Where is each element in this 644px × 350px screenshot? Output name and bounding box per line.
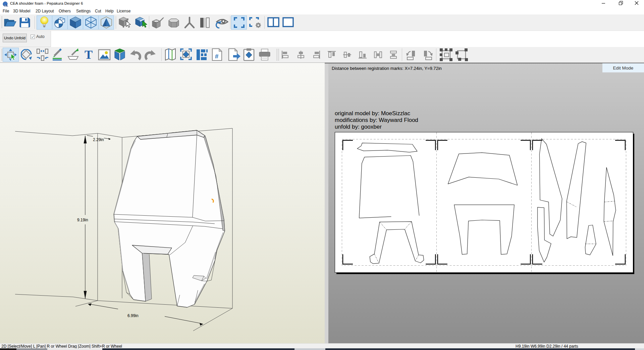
svg-text:Edit Mode: Edit Mode bbox=[613, 65, 634, 71]
svg-text:T: T bbox=[85, 48, 93, 61]
svg-text:unfold by: gooxber: unfold by: gooxber bbox=[335, 124, 382, 130]
svg-text:#: # bbox=[215, 53, 219, 60]
svg-text:original model by: MoeSizzlac: original model by: MoeSizzlac bbox=[335, 110, 410, 117]
svg-text:modifications by: Wayward Floo: modifications by: Wayward Flood bbox=[335, 117, 418, 123]
svg-text:2.29in: 2.29in bbox=[93, 137, 104, 142]
svg-text:Distance between registration: Distance between registration marks: X=7… bbox=[332, 66, 442, 71]
svg-text:9.19in: 9.19in bbox=[77, 218, 88, 222]
svg-text:6.99in: 6.99in bbox=[127, 313, 139, 318]
